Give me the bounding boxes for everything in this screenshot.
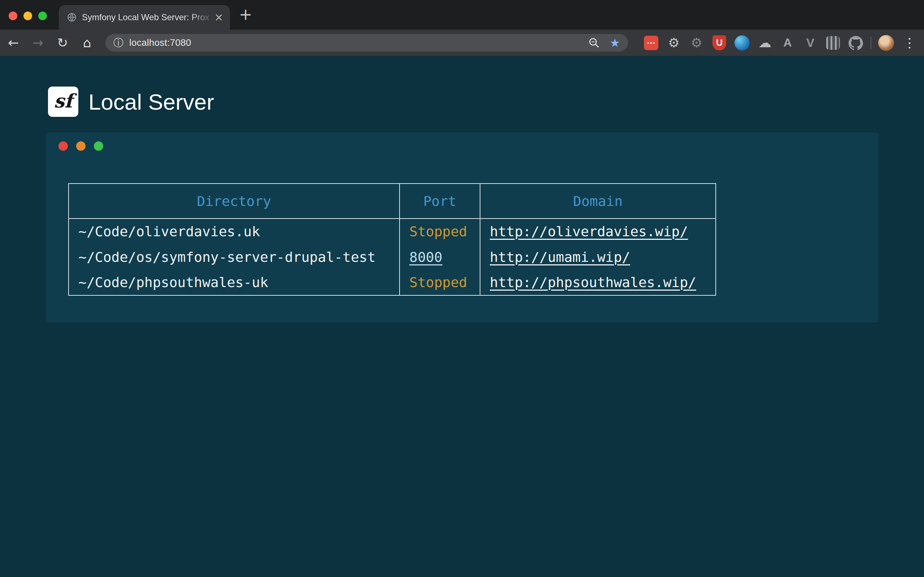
directory-cell: ~/Code/os/symfony-server-drupal-test	[69, 244, 399, 270]
url-text: localhost:7080	[129, 37, 191, 48]
grid-extension-icon[interactable]	[825, 35, 841, 51]
letter-a-extension-icon[interactable]: A	[780, 35, 795, 51]
symfony-logo: sf	[48, 87, 78, 117]
terminal-red-dot	[58, 141, 68, 151]
port-cell: 8000	[399, 244, 480, 270]
status-stopped: Stopped	[409, 274, 467, 290]
window-zoom-button[interactable]	[38, 11, 47, 20]
page-title: Local Server	[89, 89, 214, 115]
table-header-row: Directory Port Domain	[69, 184, 716, 219]
server-table-wrap: Directory Port Domain ~/Code/oliverdavie…	[68, 183, 716, 296]
profile-avatar[interactable]	[878, 35, 894, 51]
forward-icon[interactable]: →	[30, 35, 46, 51]
letter-v-extension-icon[interactable]: V	[802, 35, 818, 51]
port-column-header: Port	[399, 184, 480, 219]
server-table: Directory Port Domain ~/Code/oliverdavie…	[68, 183, 716, 296]
port-link[interactable]: 8000	[409, 249, 443, 265]
browser-tab[interactable]: Symfony Local Web Server: Prox ×	[59, 5, 230, 29]
page-content: sf Local Server Dir	[0, 56, 924, 577]
table-row: ~/Code/phpsouthwales-uk Stopped http://p…	[69, 270, 716, 295]
url-bar[interactable]: ⓘ localhost:7080 ★	[105, 34, 628, 52]
red-dots-extension-icon[interactable]: ⋯	[643, 35, 659, 51]
window-minimize-button[interactable]	[23, 11, 32, 20]
toolbar-divider	[871, 37, 871, 49]
status-stopped: Stopped	[409, 224, 467, 239]
domain-link[interactable]: http://oliverdavies.wip/	[490, 224, 688, 239]
browser-window: Symfony Local Web Server: Prox × + ← → ↻…	[0, 0, 924, 577]
github-extension-icon[interactable]	[848, 35, 864, 51]
red-dots-badge: ⋯	[644, 36, 658, 50]
table-row: ~/Code/oliverdavies.uk Stopped http://ol…	[69, 219, 716, 244]
blue-circle-extension-icon[interactable]	[734, 35, 750, 51]
tab-strip: Symfony Local Web Server: Prox × +	[0, 0, 924, 29]
back-icon[interactable]: ←	[5, 35, 22, 51]
octocat-icon	[848, 36, 863, 50]
omnibox-right-icons: ★	[588, 37, 620, 49]
reload-icon[interactable]: ↻	[54, 35, 71, 51]
globe-favicon-icon	[67, 12, 77, 23]
terminal-green-dot	[94, 141, 103, 151]
window-close-button[interactable]	[9, 11, 17, 20]
ublock-shield: U	[712, 35, 726, 50]
domain-link[interactable]: http://phpsouthwales.wip/	[490, 274, 696, 290]
directory-cell: ~/Code/phpsouthwales-uk	[69, 270, 399, 295]
extensions-area: ⋯ ⚙ ⚙ U ☁ A V ⋮	[643, 29, 918, 56]
tab-close-icon[interactable]: ×	[215, 12, 223, 23]
chrome-menu-icon[interactable]: ⋮	[901, 36, 918, 49]
domain-cell: http://phpsouthwales.wip/	[480, 270, 716, 295]
browser-toolbar: ← → ↻ ⌂ ⓘ localhost:7080 ★ ⋯ ⚙ ⚙	[0, 29, 924, 56]
symfony-logo-text: sf	[54, 90, 73, 112]
gear-dark-extension-icon[interactable]: ⚙	[689, 35, 704, 51]
terminal-dots	[58, 141, 103, 151]
port-cell: Stopped	[399, 219, 480, 244]
grid-badge	[826, 36, 840, 50]
blue-circle-badge	[735, 35, 750, 50]
new-tab-button[interactable]: +	[239, 6, 252, 23]
ublock-origin-extension-icon[interactable]: U	[711, 35, 727, 51]
domain-link[interactable]: http://umami.wip/	[490, 249, 630, 265]
zoom-indicator-icon[interactable]	[588, 37, 600, 49]
domain-column-header: Domain	[480, 184, 716, 219]
bookmark-star-icon[interactable]: ★	[610, 37, 620, 49]
home-icon[interactable]: ⌂	[79, 35, 95, 51]
domain-cell: http://oliverdavies.wip/	[480, 219, 716, 244]
table-row: ~/Code/os/symfony-server-drupal-test 800…	[69, 244, 716, 270]
directory-cell: ~/Code/oliverdavies.uk	[69, 219, 399, 244]
cloud-extension-icon[interactable]: ☁	[757, 35, 773, 51]
tab-title: Symfony Local Web Server: Prox	[82, 12, 215, 23]
terminal-orange-dot	[76, 141, 86, 151]
traffic-lights	[9, 11, 47, 20]
domain-cell: http://umami.wip/	[480, 244, 716, 270]
port-cell: Stopped	[399, 270, 480, 295]
brand-header: sf Local Server	[48, 87, 214, 117]
server-panel: Directory Port Domain ~/Code/oliverdavie…	[46, 132, 878, 322]
directory-column-header: Directory	[69, 184, 399, 219]
gear-light-extension-icon[interactable]: ⚙	[666, 35, 682, 51]
nav-buttons: ← → ↻ ⌂	[5, 29, 95, 56]
site-info-icon[interactable]: ⓘ	[113, 38, 123, 48]
